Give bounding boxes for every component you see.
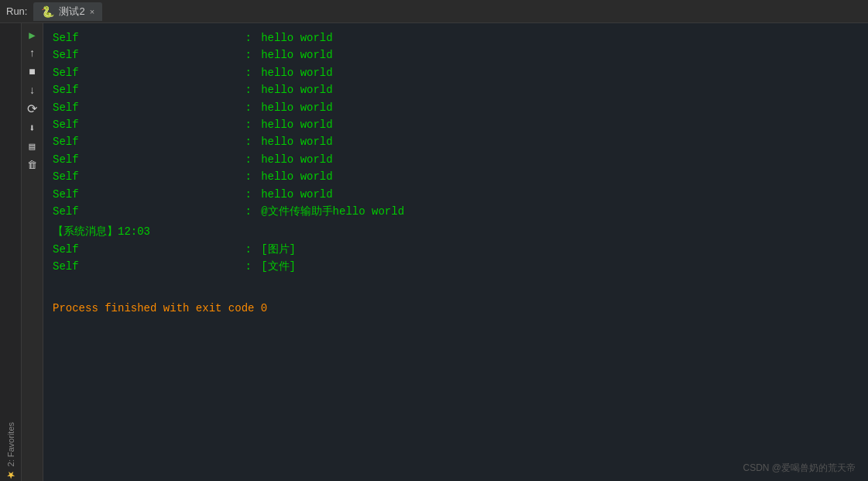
output-line: Self : hello world bbox=[53, 99, 859, 116]
tab-label: 测试2 bbox=[59, 5, 84, 19]
output-label: Self bbox=[53, 133, 238, 150]
output-value: [图片] bbox=[261, 241, 296, 258]
output-value: [文件] bbox=[261, 258, 296, 275]
output-line: Self : [图片] bbox=[53, 241, 859, 258]
output-value: hello world bbox=[261, 133, 332, 150]
output-line: Self : hello world bbox=[53, 116, 859, 133]
output-separator: : bbox=[238, 64, 258, 81]
output-line: Self : hello world bbox=[53, 133, 859, 150]
output-label: Self bbox=[53, 203, 238, 220]
output-separator: : bbox=[238, 203, 258, 220]
output-label: Self bbox=[53, 46, 238, 64]
output-value: hello world bbox=[261, 81, 332, 98]
output-separator: : bbox=[238, 133, 258, 150]
output-value: hello world bbox=[261, 46, 332, 64]
output-value: hello world bbox=[261, 151, 332, 168]
output-label: Self bbox=[53, 64, 238, 81]
delete-button[interactable]: 🗑 bbox=[24, 156, 41, 174]
output-separator: : bbox=[238, 151, 258, 168]
print-button[interactable]: ▤ bbox=[24, 138, 41, 155]
output-line: Self : @文件传输助手hello world bbox=[53, 203, 859, 220]
output-separator: : bbox=[238, 46, 258, 64]
output-line: Self : hello world bbox=[53, 186, 859, 203]
system-message: 【系统消息】12:03 bbox=[53, 223, 859, 240]
scroll-down-button[interactable]: ↓ bbox=[24, 82, 41, 99]
output-label: Self bbox=[53, 29, 238, 46]
output-label: Self bbox=[53, 151, 238, 168]
output-separator: : bbox=[238, 29, 258, 46]
output-separator: : bbox=[238, 258, 258, 275]
star-icon: ★ bbox=[5, 469, 16, 481]
output-value: hello world bbox=[261, 168, 332, 185]
output-label: Self bbox=[53, 81, 238, 98]
output-separator: : bbox=[238, 186, 258, 203]
output-separator: : bbox=[238, 99, 258, 116]
top-bar: Run: 🐍 测试2 × bbox=[0, 0, 868, 23]
rerun-button[interactable]: ⟳ bbox=[24, 101, 41, 118]
run-label: Run: bbox=[6, 5, 27, 17]
output-separator: : bbox=[238, 168, 258, 185]
output-value: hello world bbox=[261, 116, 332, 133]
process-finished: Process finished with exit code 0 bbox=[53, 300, 859, 317]
favorites-label: ★ 2: Favorites bbox=[5, 414, 16, 481]
tab-close-button[interactable]: × bbox=[90, 7, 94, 16]
output-line: Self : hello world bbox=[53, 29, 859, 46]
output-separator: : bbox=[238, 241, 258, 258]
output-line: Self : hello world bbox=[53, 168, 859, 185]
output-label: Self bbox=[53, 186, 238, 203]
output-value: hello world bbox=[261, 29, 332, 46]
output-separator: : bbox=[238, 116, 258, 133]
output-label: Self bbox=[53, 241, 238, 258]
left-controls: ▶ ↑ ■ ↓ ⟳ ⬇ ▤ 🗑 bbox=[22, 23, 43, 481]
output-value: @文件传输助手hello world bbox=[261, 203, 404, 220]
output-area: Self : hello worldSelf : hello worldSelf… bbox=[43, 23, 868, 481]
output-separator: : bbox=[238, 81, 258, 98]
output-line: Self : hello world bbox=[53, 151, 859, 168]
output-label: Self bbox=[53, 258, 238, 275]
output-label: Self bbox=[53, 99, 238, 116]
output-label: Self bbox=[53, 116, 238, 133]
run-tab[interactable]: 🐍 测试2 × bbox=[33, 2, 102, 21]
output-line: Self : hello world bbox=[53, 81, 859, 98]
output-label: Self bbox=[53, 168, 238, 185]
favorites-sidebar: ★ 2: Favorites bbox=[0, 23, 22, 481]
main-area: ★ 2: Favorites ▶ ↑ ■ ↓ ⟳ ⬇ ▤ 🗑 Self : he… bbox=[0, 23, 868, 481]
output-line: Self : [文件] bbox=[53, 258, 859, 275]
play-button[interactable]: ▶ bbox=[24, 26, 41, 43]
watermark: CSDN @爱喝兽奶的荒天帝 bbox=[743, 462, 856, 475]
output-value: hello world bbox=[261, 99, 332, 116]
scroll-up-button[interactable]: ↑ bbox=[24, 45, 41, 62]
stop-button[interactable]: ■ bbox=[24, 64, 41, 81]
tab-python-icon: 🐍 bbox=[41, 5, 54, 18]
input-button[interactable]: ⬇ bbox=[24, 119, 41, 136]
output-value: hello world bbox=[261, 186, 332, 203]
output-value: hello world bbox=[261, 64, 332, 81]
output-line: Self : hello world bbox=[53, 64, 859, 81]
output-line: Self : hello world bbox=[53, 46, 859, 64]
